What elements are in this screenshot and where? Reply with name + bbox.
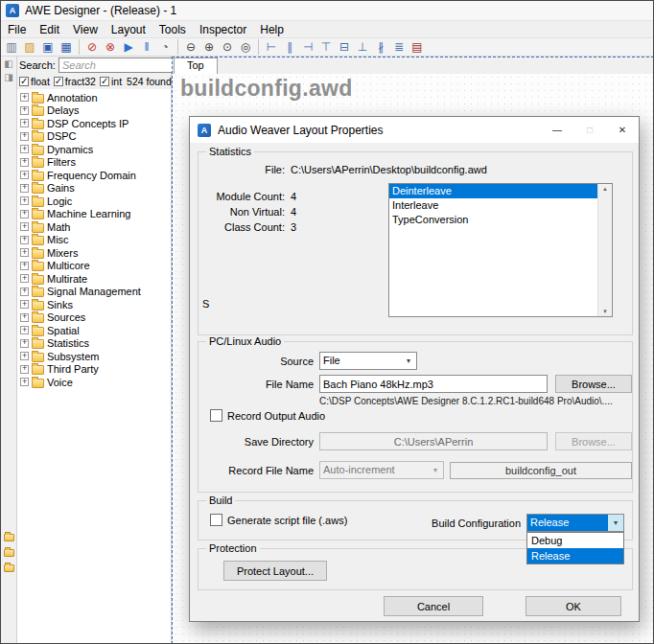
expand-icon[interactable] [20,288,29,296]
generate-script-checkbox[interactable]: Generate script file (.aws) [210,514,347,526]
save-all-icon[interactable]: ▦ [58,38,75,56]
tree-item[interactable]: Multirate [17,272,171,286]
toolbar-icon[interactable] [76,38,82,56]
expand-icon[interactable] [20,184,29,193]
tree-item[interactable]: Math [17,220,171,234]
expand-icon[interactable] [20,326,29,334]
tree-item[interactable]: Sources [17,311,171,325]
align-bottom-icon[interactable]: ⊥ [354,38,371,56]
protect-layout-button[interactable]: Protect Layout... [223,561,327,581]
tree-item[interactable]: Annotation [17,91,171,104]
tree-item[interactable]: Sinks [17,298,171,311]
play-icon[interactable]: ▶ [120,38,137,56]
chevron-down-icon[interactable]: ▾ [401,353,416,369]
filter-checkbox[interactable]: float [19,76,50,87]
record-output-checkbox[interactable]: Record Output Audio [210,409,325,422]
expand-icon[interactable] [20,300,29,309]
tree-item[interactable]: Dynamics [17,143,171,156]
titlebar[interactable]: A AWE Designer - (Release) - 1 [1,1,653,21]
menu-item[interactable]: Help [253,23,291,36]
close-icon[interactable]: ✕ [606,117,639,143]
checkbox-icon[interactable] [210,514,222,526]
tree-item[interactable]: Delays [17,104,171,118]
zoom-fit-icon[interactable]: ⊙ [219,38,236,56]
tree-item[interactable]: Spatial [17,324,171,337]
dialog-titlebar[interactable]: A Audio Weaver Layout Properties — □ ✕ [190,117,639,143]
module-class-item[interactable]: Interleave [389,198,597,213]
dock-panel-left-icon[interactable]: ◧ [4,58,12,69]
expand-icon[interactable] [20,352,29,360]
tree-item[interactable]: DSPC [17,130,171,144]
tree-item[interactable]: Signal Management [17,286,171,299]
expand-icon[interactable] [20,158,29,167]
ok-button[interactable]: OK [526,596,621,616]
expand-icon[interactable] [20,313,29,322]
profile-icon[interactable]: ◔ [156,38,174,56]
align-top-icon[interactable]: ⊤ [317,38,335,56]
checkbox-icon[interactable] [100,77,109,86]
checkbox-icon[interactable] [54,77,63,86]
module-class-item[interactable]: Deinterleave [389,184,597,198]
expand-icon[interactable] [20,274,29,283]
checkbox-icon[interactable] [210,409,222,422]
tree-item[interactable]: Machine Learning [17,208,171,221]
dropdown-option[interactable]: Release [527,548,623,564]
expand-icon[interactable] [20,262,29,270]
module-class-listbox[interactable]: DeinterleaveInterleaveTypeConversion ▲ ▼ [388,183,613,317]
expand-icon[interactable] [20,132,29,141]
server-icon[interactable]: ▤ [409,38,426,56]
expand-icon[interactable] [20,236,29,244]
expand-icon[interactable] [20,119,29,127]
palette-tab-2-icon[interactable] [4,549,14,557]
palette-tab-1-icon[interactable] [4,534,14,541]
dropdown-option[interactable]: Debug [527,533,623,548]
tree-item[interactable]: Subsystem [17,350,171,363]
tree-item[interactable]: Statistics [17,337,171,351]
save-icon[interactable]: ▣ [39,38,57,56]
menu-item[interactable]: File [1,23,33,36]
expand-icon[interactable] [20,339,29,348]
minimize-icon[interactable]: — [541,117,573,143]
menu-item[interactable]: Inspector [193,23,253,36]
halt-icon[interactable]: ⊗ [102,38,119,56]
expand-icon[interactable] [20,210,29,218]
align-center-icon[interactable]: ∥ [281,38,298,56]
menu-item[interactable]: Layout [105,23,152,36]
align-left-icon[interactable]: ⊢ [263,38,280,56]
expand-icon[interactable] [20,378,29,386]
browse-button[interactable]: Browse... [555,375,632,393]
distribute-vertical-icon[interactable]: ≣ [390,38,408,56]
cancel-button[interactable]: Cancel [384,596,483,616]
toolbar-icon[interactable] [175,38,181,56]
tree-item[interactable]: Third Party [17,363,171,377]
disconnect-icon[interactable]: ⊘ [83,38,101,56]
listbox-scrollbar[interactable]: ▲ ▼ [597,184,612,316]
open-file-icon[interactable]: ▨ [21,38,38,56]
zoom-in-icon[interactable]: ⊕ [200,38,218,56]
tab-top[interactable]: Top [174,58,218,74]
toolbar-icon[interactable] [255,38,262,56]
dock-panel-right-icon[interactable]: ◨ [4,72,12,82]
tree-item[interactable]: DSP Concepts IP [17,117,171,130]
tree-item[interactable]: Logic [17,195,171,208]
align-middle-icon[interactable]: ⊟ [336,38,353,56]
scroll-down-icon[interactable]: ▼ [602,309,608,314]
zoom-out-icon[interactable]: ⊖ [182,38,199,56]
expand-icon[interactable] [20,93,29,102]
scroll-up-icon[interactable]: ▲ [602,186,608,192]
menu-item[interactable]: View [66,23,105,36]
palette-tab-3-icon[interactable] [4,564,14,572]
pause-icon[interactable]: ‖ [138,38,155,56]
record-file-name-field[interactable]: buildconfig_out [450,462,632,479]
tree-item[interactable]: Voice [17,376,171,389]
tree-item[interactable]: Misc [17,234,171,247]
checkbox-icon[interactable] [19,77,29,86]
expand-icon[interactable] [20,171,29,179]
file-name-input[interactable] [319,375,548,393]
new-layout-icon[interactable]: ▥ [3,38,20,56]
expand-icon[interactable] [20,222,29,231]
module-class-item[interactable]: TypeConversion [389,213,597,227]
zoom-100-icon[interactable]: ◎ [237,38,254,56]
filter-checkbox[interactable]: fract32 [54,76,96,87]
align-right-icon[interactable]: ⊣ [299,38,316,56]
